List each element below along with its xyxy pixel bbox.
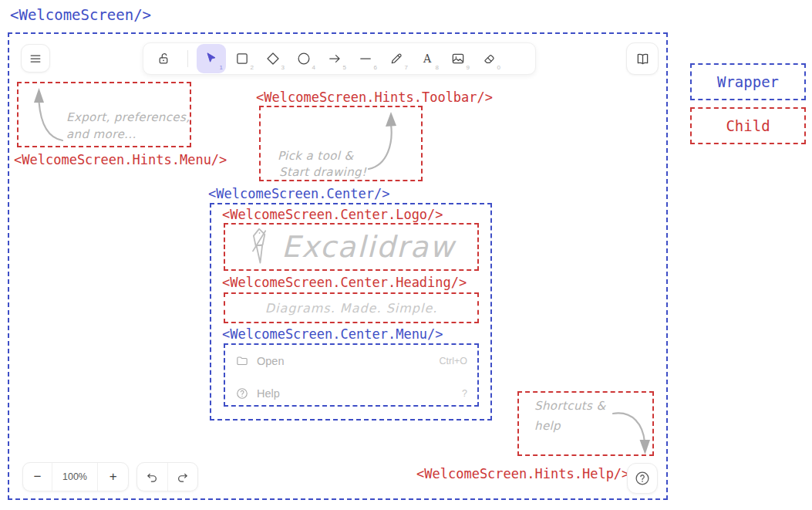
tool-shortcut-number: 9 xyxy=(467,65,470,71)
excalidraw-logo-icon xyxy=(248,226,272,268)
library-button[interactable] xyxy=(626,42,659,75)
folder-icon xyxy=(235,354,249,368)
selection-cursor-icon xyxy=(204,51,219,66)
menu-item-help[interactable]: Help ? xyxy=(235,383,467,404)
center-heading: Diagrams. Made. Simple. xyxy=(224,292,479,323)
pencil-icon xyxy=(389,51,404,66)
history-controls xyxy=(136,462,198,491)
hint-toolbar-label: <WelcomeScreen.Hints.Toolbar/> xyxy=(256,90,493,105)
undo-icon xyxy=(145,470,160,485)
lock-tool-button[interactable] xyxy=(150,44,179,73)
redo-icon xyxy=(175,470,190,485)
welcome-screen-wrapper: 1 2 3 4 5 xyxy=(8,32,668,500)
line-icon xyxy=(358,51,373,66)
hint-toolbar-annotation-box: Pick a tool & Start drawing! xyxy=(259,106,423,181)
rectangle-icon xyxy=(234,51,250,66)
toolbar-divider xyxy=(187,50,188,67)
hint-menu-text-line1: Export, preferences, xyxy=(66,110,190,127)
tool-selection-button[interactable]: 1 xyxy=(197,44,226,73)
open-book-icon xyxy=(635,51,651,67)
tool-shortcut-number: 6 xyxy=(374,65,377,71)
legend-wrapper-label: Wrapper xyxy=(717,73,779,90)
help-button[interactable] xyxy=(627,463,658,494)
center-logo: Excalidraw xyxy=(224,223,479,271)
menu-item-open-shortcut: Ctrl+O xyxy=(440,356,467,366)
hint-help-text-line1: Shortcuts & xyxy=(534,398,606,415)
hint-help-label: <WelcomeScreen.Hints.Help/> xyxy=(416,467,622,481)
legend-child-box: Child xyxy=(690,107,806,144)
tool-text-button[interactable]: A 8 xyxy=(413,44,442,73)
tool-shortcut-number: 8 xyxy=(436,65,439,71)
root-component-label: <WelcomeScreen/> xyxy=(10,6,151,23)
center-logo-label: <WelcomeScreen.Center.Logo/> xyxy=(222,208,443,222)
legend-child-label: Child xyxy=(726,117,770,134)
tool-shortcut-number: 5 xyxy=(343,65,346,71)
menu-item-open-label: Open xyxy=(257,355,284,367)
menu-item-open[interactable]: Open Ctrl+O xyxy=(235,351,467,371)
tool-eraser-button[interactable]: 0 xyxy=(474,44,504,73)
tool-diamond-button[interactable]: 3 xyxy=(258,44,288,73)
tool-shortcut-number: 7 xyxy=(405,65,408,71)
ellipse-icon xyxy=(296,51,312,66)
redo-button[interactable] xyxy=(167,463,197,491)
center-heading-label: <WelcomeScreen.Center.Heading/> xyxy=(222,275,467,290)
eraser-icon xyxy=(481,51,497,66)
heading-text: Diagrams. Made. Simple. xyxy=(265,301,438,316)
toolbar: 1 2 3 4 5 xyxy=(143,42,536,75)
zoom-controls: − 100% + xyxy=(22,462,129,491)
hint-menu-label: <WelcomeScreen.Hints.Menu/> xyxy=(14,153,227,167)
help-circle-icon xyxy=(634,470,651,487)
hint-toolbar-text-line2: Start drawing! xyxy=(279,164,366,181)
welcome-center: <WelcomeScreen.Center.Logo/> Excalidraw … xyxy=(210,203,492,420)
tool-shortcut-number: 4 xyxy=(312,65,315,71)
center-menu-label: <WelcomeScreen.Center.Menu/> xyxy=(222,327,443,342)
image-icon xyxy=(450,51,466,66)
svg-text:A: A xyxy=(423,52,432,65)
legend-wrapper-box: Wrapper xyxy=(690,63,806,100)
tool-shortcut-number: 2 xyxy=(251,65,254,71)
tool-image-button[interactable]: 9 xyxy=(443,44,473,73)
center-menu: Open Ctrl+O Help ? xyxy=(224,343,479,407)
diamond-icon xyxy=(265,51,281,66)
menu-item-help-shortcut: ? xyxy=(462,388,467,399)
zoom-out-button[interactable]: − xyxy=(23,463,52,491)
tool-shortcut-number: 0 xyxy=(497,65,500,71)
hamburger-icon xyxy=(28,51,43,66)
tool-line-button[interactable]: 6 xyxy=(351,44,380,73)
text-icon: A xyxy=(419,51,435,66)
tool-ellipse-button[interactable]: 4 xyxy=(289,44,318,73)
logo-wordmark: Excalidraw xyxy=(281,230,455,264)
undo-button[interactable] xyxy=(137,463,167,491)
hint-menu-text-line2: and more... xyxy=(66,127,136,144)
main-menu-button[interactable] xyxy=(21,44,50,73)
hint-menu-annotation-box: Export, preferences, and more... xyxy=(17,82,191,147)
tool-shortcut-number: 3 xyxy=(281,65,285,71)
tool-arrow-button[interactable]: 5 xyxy=(320,44,349,73)
tool-draw-button[interactable]: 7 xyxy=(382,44,411,73)
tool-shortcut-number: 1 xyxy=(220,65,223,71)
zoom-level[interactable]: 100% xyxy=(52,463,98,491)
arrow-icon xyxy=(327,51,342,66)
question-circle-icon xyxy=(235,387,249,400)
center-label: <WelcomeScreen.Center/> xyxy=(208,187,389,201)
hint-help-text-line2: help xyxy=(534,418,561,435)
hint-toolbar-text-line1: Pick a tool & xyxy=(278,148,354,165)
unlocked-padlock-icon xyxy=(157,51,172,66)
tool-rectangle-button[interactable]: 2 xyxy=(227,44,257,73)
zoom-in-button[interactable]: + xyxy=(97,463,128,491)
menu-item-help-label: Help xyxy=(257,387,280,400)
hint-help-annotation-box: Shortcuts & help xyxy=(517,391,654,456)
